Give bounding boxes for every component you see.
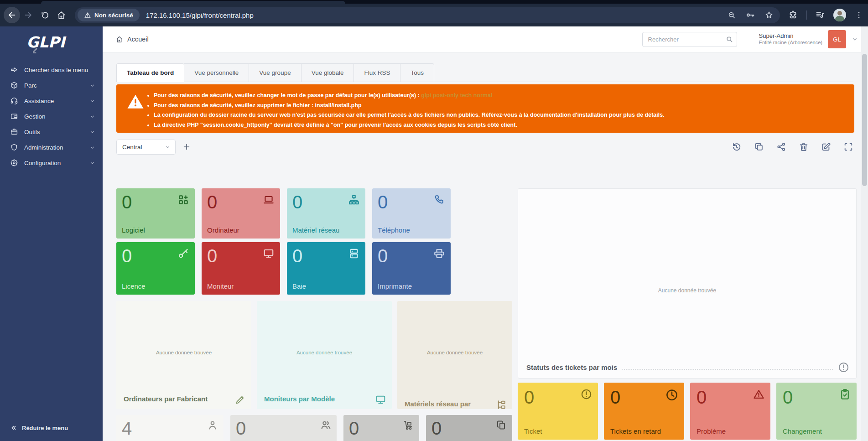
edit-pencil-icon[interactable] bbox=[234, 394, 246, 405]
dashboard-selector[interactable]: Central bbox=[116, 140, 176, 155]
global-search-input[interactable] bbox=[642, 32, 737, 47]
panel-statuts-tickets-par-mois[interactable]: Aucune donnée trouvée Statuts des ticket… bbox=[518, 188, 857, 379]
panel-ordinateurs-par-fabricant[interactable]: Aucune donnée trouvée Ordinateurs par Fa… bbox=[116, 301, 251, 409]
asset-card-label: Téléphone bbox=[378, 226, 410, 234]
default-password-users-link[interactable]: glpi post-only tech normal bbox=[421, 92, 492, 99]
block-arrow-right-icon bbox=[10, 66, 18, 74]
sidebar-item-administration[interactable]: Administration bbox=[0, 140, 103, 155]
warning-line: La directive PHP "session.cookie_httponl… bbox=[154, 120, 845, 130]
sidebar-item-outils[interactable]: Outils bbox=[0, 124, 103, 140]
ticket-card-tickets-en-retard[interactable]: 0 Tickets en retard bbox=[604, 383, 684, 440]
browser-back-button[interactable] bbox=[4, 7, 20, 23]
user-menu[interactable]: Super-Admin Entité racine (Arborescence)… bbox=[759, 30, 858, 48]
asset-card-label: Matériel réseau bbox=[292, 226, 339, 234]
asset-card-ordinateur[interactable]: 0 Ordinateur bbox=[202, 188, 280, 239]
alert-triangle-icon bbox=[753, 388, 765, 400]
arrow-left-icon bbox=[7, 10, 17, 20]
sidebar-item-configuration[interactable]: Configuration bbox=[0, 155, 103, 171]
browser-forward-button[interactable] bbox=[20, 7, 36, 23]
browser-home-button[interactable] bbox=[53, 7, 69, 23]
history-button[interactable] bbox=[732, 142, 742, 152]
asset-card-materiel-reseau[interactable]: 0 Matériel réseau bbox=[287, 188, 365, 239]
chrome-separator bbox=[806, 10, 807, 20]
fullscreen-button[interactable] bbox=[843, 142, 853, 152]
bookmark-star-icon[interactable] bbox=[764, 10, 774, 20]
sidebar-item-label: Gestion bbox=[24, 113, 83, 120]
search-icon[interactable] bbox=[725, 35, 733, 43]
users-icon bbox=[320, 420, 331, 431]
asset-card-licence[interactable]: 0 Licence bbox=[116, 242, 195, 295]
add-dashboard-button[interactable] bbox=[182, 142, 191, 151]
asset-card-logiciel[interactable]: 0 Logiciel bbox=[116, 188, 195, 239]
tab-vue-personnelle[interactable]: Vue personnelle bbox=[184, 63, 249, 82]
playlist-icon[interactable] bbox=[815, 10, 825, 20]
server-rack-icon bbox=[348, 248, 360, 259]
sidebar-item-assistance[interactable]: Assistance bbox=[0, 93, 103, 109]
count-card-documents[interactable]: 0 bbox=[426, 415, 512, 441]
scrollbar-thumb[interactable] bbox=[862, 54, 867, 186]
warning-line: Pour des raisons de sécurité, veuillez s… bbox=[154, 101, 845, 111]
browser-reload-button[interactable] bbox=[36, 7, 53, 23]
asset-card-baie[interactable]: 0 Baie bbox=[287, 242, 365, 295]
sidebar-item-gestion[interactable]: Gestion bbox=[0, 109, 103, 124]
printer-icon bbox=[433, 248, 445, 259]
ticket-card-label: Problème bbox=[696, 427, 726, 435]
panel-materiels-reseau-par-statut[interactable]: Aucune donnée trouvée Matériels réseau p… bbox=[397, 301, 512, 409]
asset-card-imprimante[interactable]: 0 Imprimante bbox=[372, 242, 451, 295]
tab-vue-globale[interactable]: Vue globale bbox=[301, 63, 354, 82]
monitor-icon bbox=[375, 394, 386, 405]
collapse-menu-button[interactable]: Réduire le menu bbox=[0, 420, 103, 436]
clone-button[interactable] bbox=[754, 142, 764, 152]
url-text[interactable]: 172.16.100.15/glpi/front/central.php bbox=[146, 11, 727, 19]
user-avatar[interactable]: GL bbox=[828, 30, 846, 48]
browser-menu-dots-icon[interactable] bbox=[854, 10, 863, 20]
browser-chrome: Non sécurisé 172.16.100.15/glpi/front/ce… bbox=[0, 0, 868, 26]
password-key-icon[interactable] bbox=[745, 10, 755, 20]
asset-card-moniteur[interactable]: 0 Moniteur bbox=[202, 242, 280, 295]
glpi-logo[interactable]: GLPI bbox=[0, 26, 103, 55]
asset-card-telephone[interactable]: 0 Téléphone bbox=[372, 188, 451, 239]
asset-card-label: Baie bbox=[292, 282, 306, 290]
gear-icon bbox=[10, 159, 18, 167]
alert-circle-icon[interactable] bbox=[837, 361, 850, 374]
asset-card-label: Logiciel bbox=[122, 226, 145, 234]
ticket-card-probleme[interactable]: 0 Problème bbox=[690, 383, 770, 440]
panel-title: Matériels réseau par Statut bbox=[405, 400, 491, 410]
security-chip[interactable]: Non sécurisé bbox=[78, 9, 140, 21]
breadcrumb-label: Accueil bbox=[127, 36, 149, 43]
zoom-icon[interactable] bbox=[727, 10, 736, 20]
history-icon bbox=[732, 142, 742, 152]
delete-button[interactable] bbox=[799, 142, 809, 152]
chevron-down-icon bbox=[89, 145, 95, 150]
tab-tous[interactable]: Tous bbox=[400, 63, 434, 82]
panel-moniteurs-par-modele[interactable]: Aucune donnée trouvée Moniteurs par Modè… bbox=[257, 301, 392, 409]
browser-address-bar[interactable]: Non sécurisé 172.16.100.15/glpi/front/ce… bbox=[75, 7, 780, 23]
briefcase-icon bbox=[10, 128, 18, 136]
count-card-value: 4 bbox=[122, 419, 218, 438]
browser-tab[interactable] bbox=[41, 1, 345, 4]
count-card-suppliers[interactable]: 0 bbox=[343, 415, 419, 441]
page-scrollbar[interactable] bbox=[861, 26, 868, 441]
tab-flux-rss[interactable]: Flux RSS bbox=[354, 63, 400, 82]
sidebar-item-parc[interactable]: Parc bbox=[0, 78, 103, 93]
edit-button[interactable] bbox=[821, 142, 831, 152]
ticket-card-changement[interactable]: 0 Changement bbox=[776, 383, 857, 440]
asset-card-label: Ordinateur bbox=[207, 226, 239, 234]
asset-card-label: Moniteur bbox=[207, 282, 234, 290]
count-card-users[interactable]: 4 bbox=[116, 415, 223, 441]
count-card-groups[interactable]: 0 bbox=[230, 415, 337, 441]
sidebar-search-menu[interactable]: Chercher dans le menu bbox=[0, 62, 103, 78]
tab-vue-groupe[interactable]: Vue groupe bbox=[249, 63, 301, 82]
browser-profile-avatar[interactable] bbox=[833, 9, 846, 21]
glpi-dashboard-page: Non sécurisé 172.16.100.15/glpi/front/ce… bbox=[0, 0, 868, 441]
ticket-card-ticket[interactable]: 0 Ticket bbox=[518, 383, 598, 440]
security-warning-banner: Pour des raisons de sécurité, veuillez c… bbox=[116, 84, 854, 133]
sidebar-item-label: Configuration bbox=[24, 160, 83, 166]
panel-title: Statuts des tickets par mois bbox=[526, 363, 617, 371]
share-button[interactable] bbox=[776, 142, 786, 152]
sidebar-item-label: Parc bbox=[24, 82, 83, 89]
asset-card-label: Imprimante bbox=[378, 282, 412, 290]
extensions-puzzle-icon[interactable] bbox=[788, 10, 798, 20]
breadcrumb[interactable]: Accueil bbox=[115, 36, 149, 43]
tab-tableau-de-bord[interactable]: Tableau de bord bbox=[116, 63, 184, 82]
